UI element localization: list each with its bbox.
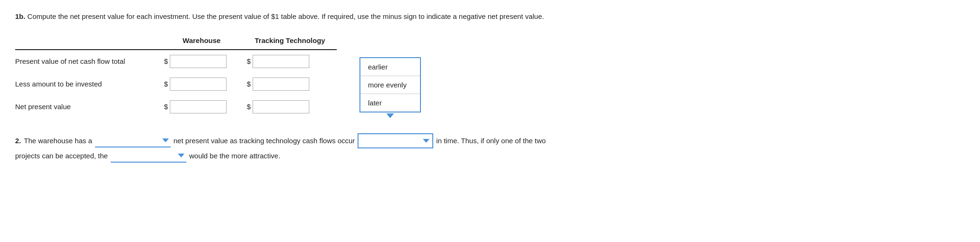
tracking-input-0[interactable] bbox=[253, 55, 309, 68]
tracking-input-cell-2: $ bbox=[243, 95, 337, 118]
row-label-2: Net present value bbox=[15, 95, 160, 118]
npv-table: Warehouse Tracking Technology Present va… bbox=[15, 34, 337, 118]
tracking-input-2[interactable] bbox=[253, 100, 309, 113]
chevron-down-icon bbox=[386, 113, 394, 118]
dropdown-npv-type[interactable] bbox=[95, 134, 171, 147]
section2-container: 2. The warehouse has a net present value… bbox=[15, 133, 965, 163]
dropdown-arrow-indicator bbox=[359, 113, 421, 118]
row-label-1: Less amount to be invested bbox=[15, 73, 160, 95]
tracking-input-1[interactable] bbox=[253, 78, 309, 91]
section2-line2: projects can be accepted, the would be t… bbox=[15, 149, 965, 163]
tracking-input-cell-1: $ bbox=[243, 73, 337, 95]
dollar-sign-2a: $ bbox=[164, 103, 168, 111]
intro-paragraph: 1b. Compute the net present value for ea… bbox=[15, 11, 961, 22]
table-row: Present value of net cash flow total $ $ bbox=[15, 50, 337, 73]
warehouse-input-cell-2: $ bbox=[160, 95, 243, 118]
main-section: Warehouse Tracking Technology Present va… bbox=[15, 34, 965, 118]
section2-number: 2. bbox=[15, 134, 21, 147]
option-more-evenly[interactable]: more evenly bbox=[360, 76, 420, 94]
dollar-sign-0b: $ bbox=[247, 57, 251, 65]
empty-header bbox=[15, 34, 160, 50]
dollar-sign-1b: $ bbox=[247, 80, 251, 88]
section2-line1: 2. The warehouse has a net present value… bbox=[15, 133, 965, 148]
section2-text4: projects can be accepted, the bbox=[15, 152, 108, 160]
timing-options-box[interactable]: earlier more evenly later bbox=[359, 57, 421, 112]
warehouse-input-2[interactable] bbox=[170, 100, 227, 113]
warehouse-header: Warehouse bbox=[160, 34, 243, 50]
chevron-down-icon bbox=[423, 139, 429, 143]
option-later[interactable]: later bbox=[360, 94, 420, 112]
option-earlier[interactable]: earlier bbox=[360, 58, 420, 76]
warehouse-input-0[interactable] bbox=[170, 55, 227, 68]
table-row: Net present value $ $ bbox=[15, 95, 337, 118]
section2-text3: in time. Thus, if only one of the two bbox=[436, 134, 546, 147]
warehouse-input-cell-0: $ bbox=[160, 50, 243, 73]
intro-label: 1b. bbox=[15, 12, 26, 20]
tracking-header: Tracking Technology bbox=[243, 34, 337, 50]
chevron-down-icon bbox=[178, 154, 184, 157]
tracking-input-cell-0: $ bbox=[243, 50, 337, 73]
dollar-sign-1a: $ bbox=[164, 80, 168, 88]
table-row: Less amount to be invested $ $ bbox=[15, 73, 337, 95]
warehouse-input-1[interactable] bbox=[170, 78, 227, 91]
row-label-0: Present value of net cash flow total bbox=[15, 50, 160, 73]
dropdown-timing[interactable] bbox=[358, 133, 433, 148]
section2-text1: The warehouse has a bbox=[24, 134, 92, 147]
section2-text2: net present value as tracking technology… bbox=[174, 134, 355, 147]
dollar-sign-2b: $ bbox=[247, 103, 251, 111]
timing-dropdown-section: earlier more evenly later bbox=[359, 57, 421, 118]
warehouse-input-cell-1: $ bbox=[160, 73, 243, 95]
chevron-down-icon bbox=[162, 138, 169, 142]
dollar-sign-0a: $ bbox=[164, 57, 168, 65]
dropdown-project[interactable] bbox=[111, 149, 186, 163]
section2-text5: would be the more attractive. bbox=[189, 152, 280, 160]
